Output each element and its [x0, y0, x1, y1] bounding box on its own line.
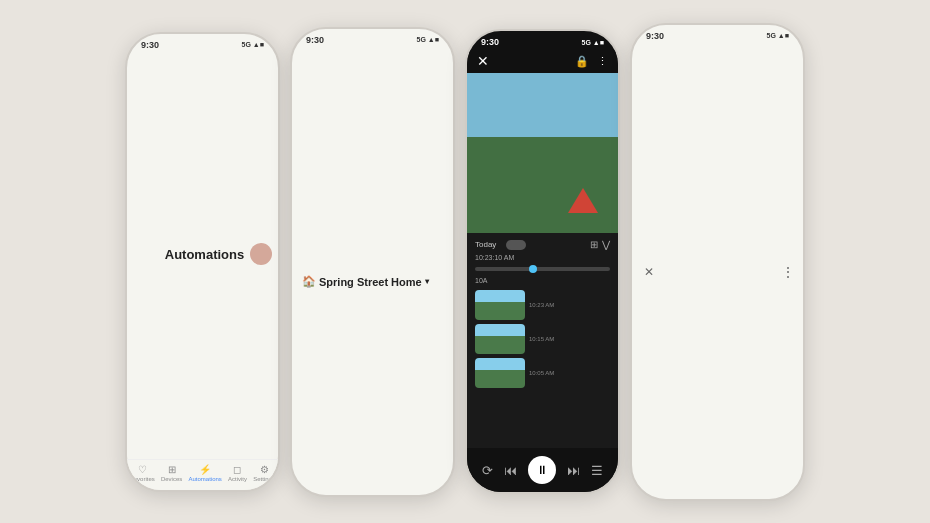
play-pause-button[interactable]: ⏸: [528, 456, 556, 484]
nav-activity-1[interactable]: ◻ Activity: [228, 464, 247, 482]
nav-devices-1[interactable]: ⊞ Devices: [161, 464, 182, 482]
lighting-header: ✕ ⋮: [632, 43, 805, 499]
close-icon-lighting[interactable]: ✕: [644, 265, 654, 279]
status-bar-1: 9:30 5G ▲■: [127, 34, 278, 52]
network-2: 5G ▲■: [417, 36, 439, 43]
skip-fwd-icon[interactable]: ⏭: [567, 463, 580, 478]
time-3: 9:30: [481, 37, 499, 47]
network-4: 5G ▲■: [767, 32, 789, 39]
thumbnail-list: 10:23 AM 10:15 AM 10:05 AM: [475, 290, 610, 388]
phone-camera: 9:30 5G ▲■ ✕ 🔒 ⋮ Today: [465, 29, 620, 494]
timeline-thumb[interactable]: [529, 265, 537, 273]
automations-title: Automations: [159, 247, 250, 262]
timeline-time: 10:23:10 AM: [475, 254, 610, 261]
status-bar-4: 9:30 5G ▲■: [632, 25, 803, 43]
lock-icon: 🔒: [575, 55, 589, 68]
camera-toolbar: ✕ 🔒 ⋮: [467, 49, 618, 73]
phone-automations: 9:30 5G ▲■ Automations Household Routine…: [125, 32, 280, 492]
automations-header: Automations: [127, 52, 280, 459]
close-icon[interactable]: ✕: [477, 53, 489, 69]
phones-container: 9:30 5G ▲■ Automations Household Routine…: [115, 13, 815, 511]
expand-icon[interactable]: ⋁: [602, 239, 610, 250]
today-label: Today: [475, 240, 496, 249]
thumb-item-2[interactable]: 10:15 AM: [475, 324, 610, 354]
thumb-img-2: [475, 324, 525, 354]
bottom-nav-1: ♡ Favorites ⊞ Devices ⚡ Automations ◻ Ac…: [127, 459, 278, 490]
network-3: 5G ▲■: [582, 39, 604, 46]
thumb-item-1[interactable]: 10:23 AM: [475, 290, 610, 320]
time-4: 9:30: [646, 31, 664, 41]
nav-settings-1[interactable]: ⚙ Settings: [253, 464, 275, 482]
network-1: 5G ▲■: [242, 41, 264, 48]
phone-lighting: 9:30 5G ▲■ ✕ ⋮ Lighting On Off: [630, 23, 805, 501]
thumb-img-3: [475, 358, 525, 388]
home-icon: 🏠: [302, 275, 316, 288]
more-icon[interactable]: ⋮: [597, 55, 608, 68]
menu-icon[interactable]: ☰: [591, 463, 603, 478]
pause-icon-main: ⏸: [536, 463, 548, 477]
nav-favorites-1[interactable]: ♡ Favorites: [130, 464, 155, 482]
more-icon-lighting[interactable]: ⋮: [781, 264, 795, 280]
thumb-item-3[interactable]: 10:05 AM: [475, 358, 610, 388]
time-1: 9:30: [141, 40, 159, 50]
nav-automations-1[interactable]: ⚡ Automations: [188, 464, 221, 482]
status-icons-1: 5G ▲■: [242, 41, 264, 48]
time-2: 9:30: [306, 35, 324, 45]
chevron-down-icon: ▾: [425, 277, 429, 286]
loop-icon[interactable]: ⟳: [482, 463, 493, 478]
home-header: 🏠 Spring Street Home ▾: [292, 47, 455, 497]
media-controls: ⟳ ⏮ ⏸ ⏭ ☰: [467, 448, 618, 492]
timeline-marker: 10A: [475, 277, 610, 284]
timeline-track[interactable]: [475, 267, 610, 271]
phone-home: 9:30 5G ▲■ 🏠 Spring Street Home ▾ 📷 Cam: [290, 27, 455, 497]
grid-icon: ⊞: [590, 239, 598, 250]
timeline-area[interactable]: Today ⊞ ⋁ 10:23:10 AM 10A: [467, 233, 618, 448]
skip-back-icon[interactable]: ⏮: [504, 463, 517, 478]
home-title: 🏠 Spring Street Home ▾: [302, 47, 447, 497]
user-avatar-1: [250, 243, 272, 265]
camera-main-view: [467, 73, 618, 233]
status-bar-3: 9:30 5G ▲■: [467, 31, 618, 49]
toggle-switch[interactable]: [506, 240, 526, 250]
status-bar-2: 9:30 5G ▲■: [292, 29, 453, 47]
thumb-img-1: [475, 290, 525, 320]
